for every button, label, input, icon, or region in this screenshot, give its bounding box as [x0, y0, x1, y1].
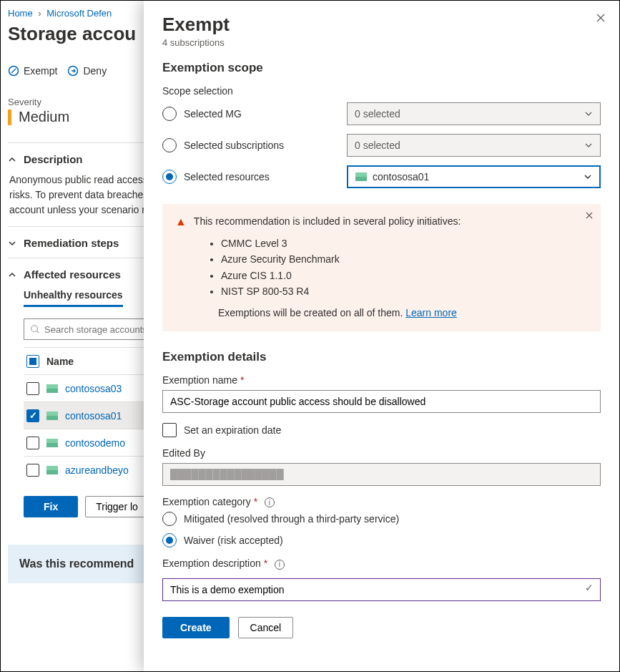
- warning-footer: Exemptions will be created on all of the…: [218, 307, 403, 318]
- learn-more-link[interactable]: Learn more: [405, 307, 457, 318]
- fix-button[interactable]: Fix: [24, 496, 78, 517]
- list-item: CMMC Level 3: [221, 235, 588, 251]
- chevron-up-icon: [8, 271, 16, 279]
- info-icon[interactable]: i: [275, 560, 285, 570]
- scope-header: Exemption scope: [162, 61, 601, 75]
- details-header: Exemption details: [162, 350, 601, 364]
- create-button[interactable]: Create: [162, 617, 230, 638]
- radio-mitigated[interactable]: Mitigated (resolved through a third-part…: [162, 512, 601, 526]
- radio-icon: [162, 533, 177, 547]
- chevron-down-icon: [584, 141, 593, 150]
- edited-by-input: [162, 463, 601, 486]
- exemption-description-input[interactable]: [162, 578, 601, 601]
- warning-close-button[interactable]: [585, 211, 594, 220]
- chevron-down-icon: [584, 172, 592, 181]
- severity-bar-icon: [8, 109, 11, 125]
- panel-subtitle: 4 subscriptions: [162, 37, 601, 48]
- radio-waiver[interactable]: Waiver (risk accepted): [162, 533, 601, 547]
- description-label: Exemption description * i: [162, 557, 601, 570]
- expiration-checkbox-row[interactable]: Set an expiration date: [162, 423, 601, 437]
- radio-mg[interactable]: Selected MG: [162, 107, 334, 121]
- radio-icon: [162, 170, 177, 184]
- scope-label: Scope selection: [162, 85, 601, 97]
- storage-icon: [46, 384, 58, 393]
- close-icon: [585, 211, 594, 220]
- warning-lead: This recommendation is included in sever…: [194, 215, 461, 227]
- chevron-down-icon: [584, 109, 593, 118]
- svg-line-4: [37, 331, 39, 333]
- exemption-name-input[interactable]: [162, 390, 601, 413]
- close-panel-button[interactable]: [595, 12, 606, 24]
- row-checkbox[interactable]: [26, 382, 39, 395]
- storage-icon: [46, 412, 58, 420]
- info-icon[interactable]: i: [265, 497, 275, 507]
- row-checkbox[interactable]: [26, 437, 39, 449]
- resource-link[interactable]: azureandbeyo: [65, 464, 129, 476]
- exempt-action[interactable]: Exempt: [8, 65, 57, 77]
- resource-link[interactable]: contososa01: [65, 410, 122, 422]
- resource-link[interactable]: contososa03: [65, 383, 122, 394]
- checkbox-icon: [162, 423, 177, 437]
- resources-dropdown[interactable]: contososa01: [347, 165, 601, 188]
- chevron-up-icon: [8, 155, 16, 164]
- deny-icon: [67, 65, 79, 77]
- exemption-name-label: Exemption name *: [162, 374, 601, 386]
- radio-resources[interactable]: Selected resources: [162, 170, 334, 184]
- radio-icon: [162, 138, 177, 152]
- category-label: Exemption category * i: [162, 496, 601, 508]
- svg-point-3: [31, 326, 38, 332]
- row-checkbox[interactable]: [26, 464, 39, 477]
- radio-icon: [162, 512, 177, 526]
- list-item: Azure CIS 1.1.0: [221, 268, 588, 283]
- storage-icon: [46, 439, 58, 447]
- close-icon: [595, 12, 606, 24]
- exempt-icon: [8, 65, 19, 77]
- radio-subscriptions[interactable]: Selected subscriptions: [162, 138, 334, 152]
- cancel-button[interactable]: Cancel: [238, 617, 294, 638]
- breadcrumb-home[interactable]: Home: [8, 8, 33, 19]
- panel-title: Exempt: [162, 14, 601, 36]
- warning-box: ▲ This recommendation is included in sev…: [162, 204, 601, 331]
- search-icon: [30, 324, 40, 334]
- subscriptions-dropdown[interactable]: 0 selected: [347, 134, 601, 157]
- deny-action[interactable]: Deny: [67, 65, 107, 77]
- list-item: Azure Security Benchmark: [221, 251, 588, 267]
- select-all-checkbox[interactable]: [26, 355, 39, 368]
- trigger-button[interactable]: Trigger lo: [85, 496, 149, 517]
- tab-unhealthy[interactable]: Unhealthy resources: [24, 289, 123, 307]
- edited-by-label: Edited By: [162, 447, 601, 459]
- exempt-panel: Exempt 4 subscriptions Exemption scope S…: [144, 1, 619, 671]
- mg-dropdown[interactable]: 0 selected: [347, 102, 601, 125]
- storage-icon: [355, 172, 367, 181]
- breadcrumb-defender[interactable]: Microsoft Defen: [46, 8, 112, 19]
- chevron-down-icon: [8, 239, 16, 248]
- radio-icon: [162, 107, 177, 121]
- severity-value: Medium: [19, 109, 69, 125]
- resource-link[interactable]: contosodemo: [65, 437, 125, 449]
- storage-icon: [46, 466, 58, 474]
- list-item: NIST SP 800-53 R4: [221, 283, 588, 299]
- row-checkbox[interactable]: [26, 409, 39, 422]
- warning-icon: ▲: [175, 215, 187, 228]
- svg-line-1: [11, 69, 16, 73]
